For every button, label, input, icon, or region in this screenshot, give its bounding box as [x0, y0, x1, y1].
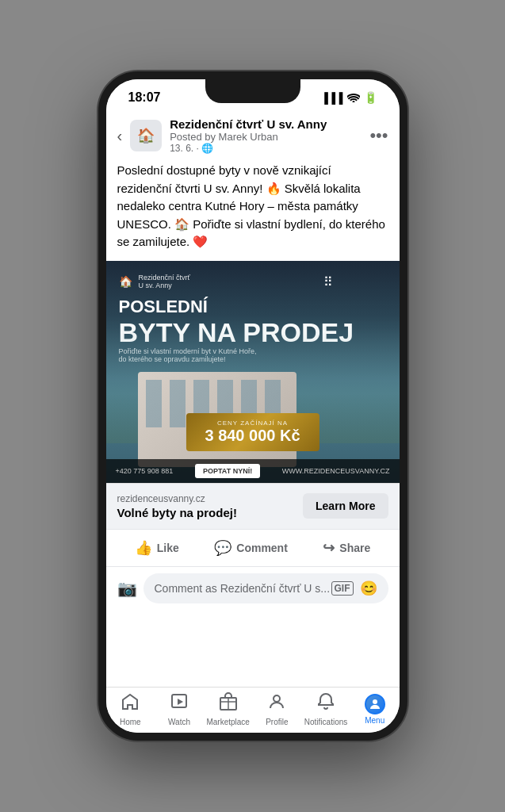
price-banner: CENY ZAČÍNAJÍ NA 3 840 000 Kč: [186, 413, 319, 451]
learn-more-section: rezidenceusvanny.cz Volné byty na prodej…: [106, 483, 400, 529]
ad-logo-icon: 🏠: [119, 275, 132, 288]
nav-item-profile[interactable]: Profile: [253, 692, 302, 726]
comment-placeholder: Comment as Rezidenční čtvrť U s...: [155, 582, 331, 595]
price-value: 3 840 000 Kč: [205, 427, 300, 445]
reaction-bar: 👍 Like 💬 Comment ↪ Share: [106, 529, 400, 567]
svg-point-6: [373, 699, 377, 704]
more-button[interactable]: •••: [369, 125, 388, 146]
svg-marker-1: [178, 699, 183, 705]
nav-item-home[interactable]: Home: [106, 692, 155, 726]
status-time: 18:07: [128, 90, 161, 105]
ad-website: WWW.REZIDENCEUSVANNY.CZ: [282, 467, 390, 475]
phone-notch: [205, 79, 300, 103]
bottom-nav: Home Watch Marketplace: [106, 687, 400, 733]
lm-title: Volné byty na prodej!: [117, 506, 237, 519]
nav-item-menu[interactable]: Menu: [350, 694, 400, 725]
ad-image-inner: 🏠 Rezidenční čtvrťU sv. Anny ⠿ POSLEDNÍ …: [106, 261, 400, 483]
nav-item-notifications[interactable]: Notifications: [301, 692, 350, 726]
profile-icon: [267, 692, 286, 716]
screen-content[interactable]: ‹ 🏠 Rezidenční čtvrť U sv. Anny Posted b…: [106, 109, 400, 687]
post-header: ‹ 🏠 Rezidenční čtvrť U sv. Anny Posted b…: [106, 109, 400, 162]
nav-item-watch[interactable]: Watch: [155, 692, 204, 726]
nav-label-profile: Profile: [266, 718, 288, 726]
watch-icon: [170, 692, 189, 716]
wifi-icon: [347, 91, 360, 105]
comment-input-row: 📷 Comment as Rezidenční čtvrť U s... GIF…: [106, 567, 400, 610]
status-icons: ▐▐▐ 🔋: [321, 91, 377, 105]
ad-cta-button[interactable]: POPTAT NYNÍ!: [195, 464, 260, 478]
price-label: CENY ZAČÍNAJÍ NA: [205, 419, 300, 427]
page-avatar: 🏠: [130, 120, 162, 151]
nav-label-notifications: Notifications: [304, 718, 347, 726]
lm-domain: rezidenceusvanny.cz: [117, 493, 237, 504]
share-button[interactable]: ↪ Share: [310, 533, 383, 563]
nav-label-home: Home: [120, 718, 141, 726]
comment-label: Comment: [236, 542, 288, 554]
ad-phone: +420 775 908 881: [116, 467, 174, 475]
back-button[interactable]: ‹: [117, 127, 123, 145]
ad-logo-text: Rezidenční čtvrťU sv. Anny: [139, 274, 190, 291]
battery-icon: 🔋: [364, 91, 377, 104]
comment-input-box[interactable]: Comment as Rezidenční čtvrť U s... GIF 😊: [143, 573, 388, 603]
post-author: Posted by Marek Urban: [170, 131, 362, 143]
ad-image: 🏠 Rezidenční čtvrťU sv. Anny ⠿ POSLEDNÍ …: [106, 261, 400, 483]
menu-avatar: [365, 694, 385, 714]
nav-label-watch: Watch: [168, 718, 190, 726]
post-date: 13. 6. · 🌐: [170, 143, 362, 154]
comment-icon: 💬: [214, 539, 231, 557]
nav-label-marketplace: Marketplace: [206, 718, 249, 726]
page-name: Rezidenční čtvrť U sv. Anny: [170, 117, 362, 131]
gif-button[interactable]: GIF: [331, 581, 354, 596]
marketplace-icon: [219, 692, 238, 716]
camera-icon[interactable]: 📷: [117, 579, 137, 598]
share-label: Share: [339, 542, 370, 554]
phone-frame: 18:07 ▐▐▐ 🔋 ‹ 🏠 Rezidenční čtvrť U sv. A…: [98, 71, 407, 741]
like-label: Like: [157, 542, 179, 554]
comment-button[interactable]: 💬 Comment: [201, 533, 300, 563]
notifications-icon: [316, 692, 335, 716]
post-text: Poslední dostupné byty v nově vznikající…: [106, 162, 400, 261]
learn-more-button[interactable]: Learn More: [303, 493, 388, 519]
comment-icons: GIF 😊: [331, 580, 377, 597]
signal-icon: ▐▐▐: [321, 92, 343, 104]
ad-headline1: POSLEDNÍ: [119, 297, 208, 317]
lm-left: rezidenceusvanny.cz Volné byty na prodej…: [117, 493, 237, 519]
like-button[interactable]: 👍 Like: [122, 533, 192, 563]
like-icon: 👍: [135, 539, 152, 557]
nav-label-menu: Menu: [365, 716, 384, 725]
nav-item-marketplace[interactable]: Marketplace: [204, 692, 253, 726]
ad-footer: +420 775 908 881 POPTAT NYNÍ! WWW.REZIDE…: [106, 459, 400, 483]
svg-point-5: [274, 695, 280, 702]
ad-logo-row: 🏠 Rezidenční čtvrťU sv. Anny ⠿: [119, 274, 333, 291]
ad-grid-icon: ⠿: [323, 274, 333, 289]
home-icon: [121, 692, 140, 716]
share-icon: ↪: [323, 539, 335, 557]
emoji-icon[interactable]: 😊: [360, 580, 377, 597]
post-meta: Rezidenční čtvrť U sv. Anny Posted by Ma…: [170, 117, 362, 154]
